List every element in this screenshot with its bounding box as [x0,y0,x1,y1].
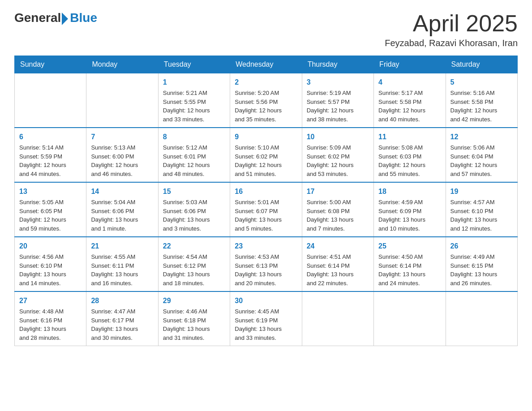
col-header-monday: Monday [86,56,158,73]
day-info: Sunset: 5:58 PM [378,98,441,107]
day-info: Sunset: 6:02 PM [235,152,297,161]
day-number: 6 [19,132,82,142]
day-number: 4 [378,77,441,88]
day-number: 9 [235,132,297,142]
day-info: Sunset: 6:06 PM [91,207,153,216]
day-info: Sunset: 6:01 PM [163,152,225,161]
day-info: Daylight: 12 hours [450,161,513,170]
day-number: 16 [235,186,297,197]
logo: General Blue [14,11,97,25]
day-info: Sunrise: 4:53 AM [235,253,297,261]
day-number: 8 [163,132,225,142]
day-number: 1 [163,77,225,88]
day-info: Daylight: 13 hours [163,270,225,279]
calendar-cell: 17Sunrise: 5:00 AMSunset: 6:08 PMDayligh… [302,182,373,237]
calendar-cell: 14Sunrise: 5:04 AMSunset: 6:06 PMDayligh… [86,182,158,237]
day-info: Daylight: 13 hours [235,325,297,334]
day-number: 13 [19,186,82,197]
day-info: Sunrise: 5:21 AM [163,89,225,98]
day-info: Sunrise: 5:04 AM [91,198,153,207]
day-info: and 44 minutes. [19,170,82,179]
day-info: Sunset: 6:18 PM [163,316,225,325]
day-info: Sunset: 5:58 PM [450,98,513,107]
day-info: Daylight: 12 hours [450,106,513,115]
calendar-week-row: 13Sunrise: 5:05 AMSunset: 6:05 PMDayligh… [15,182,518,237]
calendar-cell: 29Sunrise: 4:46 AMSunset: 6:18 PMDayligh… [158,291,230,346]
day-number: 24 [307,241,369,252]
day-info: Sunrise: 4:46 AM [163,307,225,316]
day-info: and 22 minutes. [307,279,369,288]
calendar-cell: 13Sunrise: 5:05 AMSunset: 6:05 PMDayligh… [15,182,86,237]
day-info: Daylight: 13 hours [163,325,225,334]
day-info: Sunset: 6:12 PM [163,261,225,270]
day-info: Sunrise: 5:19 AM [307,89,369,98]
day-info: Daylight: 12 hours [378,161,441,170]
day-info: Sunrise: 4:59 AM [378,198,441,207]
day-info: and 48 minutes. [163,170,225,179]
day-number: 15 [163,186,225,197]
calendar-cell: 19Sunrise: 4:57 AMSunset: 6:10 PMDayligh… [446,182,517,237]
day-info: Sunset: 5:55 PM [163,98,225,107]
day-info: and 28 minutes. [19,334,82,342]
day-info: Daylight: 12 hours [307,161,369,170]
day-info: and 59 minutes. [19,224,82,233]
day-number: 27 [19,295,82,306]
calendar-cell [15,73,86,128]
calendar-cell: 18Sunrise: 4:59 AMSunset: 6:09 PMDayligh… [374,182,446,237]
day-info: and 24 minutes. [378,279,441,288]
day-info: Daylight: 12 hours [307,106,369,115]
day-number: 14 [91,186,153,197]
day-number: 10 [307,132,369,142]
logo-general-text: General [14,11,61,25]
day-info: Daylight: 13 hours [163,215,225,224]
calendar-cell: 24Sunrise: 4:51 AMSunset: 6:14 PMDayligh… [302,237,373,291]
day-info: and 51 minutes. [235,170,297,179]
day-info: Sunrise: 5:08 AM [378,143,441,152]
calendar-cell: 28Sunrise: 4:47 AMSunset: 6:17 PMDayligh… [86,291,158,346]
day-info: and 46 minutes. [91,170,153,179]
day-info: Sunrise: 4:45 AM [235,307,297,316]
day-info: Sunrise: 5:06 AM [450,143,513,152]
col-header-thursday: Thursday [302,56,373,73]
day-info: Sunset: 6:03 PM [378,152,441,161]
calendar-week-row: 6Sunrise: 5:14 AMSunset: 5:59 PMDaylight… [15,128,518,182]
day-info: and 10 minutes. [378,224,441,233]
day-info: and 12 minutes. [450,224,513,233]
day-info: Daylight: 13 hours [307,215,369,224]
day-info: Sunrise: 4:56 AM [19,253,82,261]
calendar-cell: 10Sunrise: 5:09 AMSunset: 6:02 PMDayligh… [302,128,373,182]
day-number: 20 [19,241,82,252]
day-number: 30 [235,295,297,306]
day-info: Sunset: 6:14 PM [307,261,369,270]
day-info: Sunset: 6:15 PM [450,261,513,270]
day-info: Daylight: 13 hours [307,270,369,279]
calendar-cell: 4Sunrise: 5:17 AMSunset: 5:58 PMDaylight… [374,73,446,128]
day-info: Sunset: 6:00 PM [91,152,153,161]
calendar-cell: 8Sunrise: 5:12 AMSunset: 6:01 PMDaylight… [158,128,230,182]
day-info: Sunset: 6:10 PM [450,207,513,216]
day-info: Daylight: 13 hours [378,270,441,279]
day-info: Sunrise: 5:05 AM [19,198,82,207]
calendar-cell: 30Sunrise: 4:45 AMSunset: 6:19 PMDayligh… [230,291,302,346]
day-info: and 33 minutes. [163,115,225,124]
title-section: April 2025 Feyzabad, Razavi Khorasan, Ir… [385,11,518,48]
day-info: Daylight: 12 hours [163,106,225,115]
day-info: Daylight: 13 hours [235,270,297,279]
day-number: 11 [378,132,441,142]
day-info: Sunrise: 4:57 AM [450,198,513,207]
day-info: Daylight: 12 hours [91,161,153,170]
day-info: Daylight: 12 hours [378,106,441,115]
day-number: 12 [450,132,513,142]
day-info: Sunrise: 5:12 AM [163,143,225,152]
day-info: Sunrise: 5:17 AM [378,89,441,98]
logo-blue-text: Blue [70,11,97,25]
day-number: 26 [450,241,513,252]
calendar-cell [86,73,158,128]
calendar-cell: 22Sunrise: 4:54 AMSunset: 6:12 PMDayligh… [158,237,230,291]
day-info: and 5 minutes. [235,224,297,233]
day-info: and 31 minutes. [163,334,225,342]
calendar-cell: 3Sunrise: 5:19 AMSunset: 5:57 PMDaylight… [302,73,373,128]
day-info: Daylight: 13 hours [450,215,513,224]
calendar-cell: 23Sunrise: 4:53 AMSunset: 6:13 PMDayligh… [230,237,302,291]
col-header-sunday: Sunday [15,56,86,73]
